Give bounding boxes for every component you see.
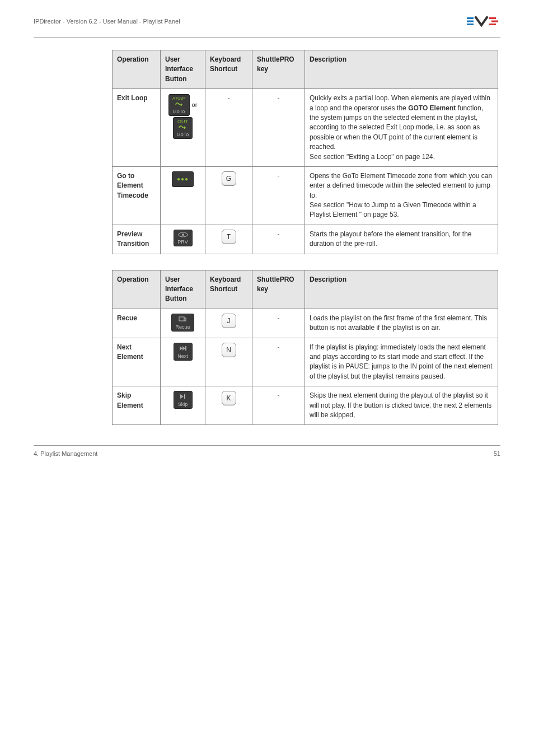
key-g: G bbox=[222, 171, 236, 186]
table-row: Skip Element Skip K - Skips the next ele… bbox=[113, 386, 498, 425]
uib-preview-transition: PRV bbox=[161, 225, 205, 254]
col-keyboard-shortcut: Keyboard Shortcut bbox=[205, 270, 252, 309]
evs-logo bbox=[467, 16, 500, 27]
col-keyboard-shortcut: Keyboard Shortcut bbox=[205, 50, 252, 89]
svg-rect-9 bbox=[184, 318, 186, 321]
desc-skip-element: Skips the next element during the playou… bbox=[305, 386, 498, 425]
key-j: J bbox=[222, 314, 236, 328]
svg-rect-11 bbox=[184, 394, 185, 399]
footer-page-number: 51 bbox=[494, 450, 500, 457]
svg-rect-3 bbox=[489, 17, 496, 19]
col-shuttlepro-key: ShuttlePRO key bbox=[252, 270, 305, 309]
key-k: K bbox=[222, 391, 236, 405]
header-title: IPDirector - Version 6.2 - User Manual -… bbox=[34, 18, 180, 25]
op-recue: Recue bbox=[113, 309, 161, 338]
op-preview-transition: Preview Transition bbox=[113, 225, 161, 254]
footer-section: 4. Playlist Management bbox=[34, 450, 97, 457]
op-exit-loop: Exit Loop bbox=[113, 89, 161, 167]
prv-button[interactable]: PRV bbox=[174, 230, 193, 246]
desc-goto-element-timecode: Opens the GoTo Element Timecode zone fro… bbox=[305, 166, 498, 225]
table-row: Recue Recue J - Loads the playlist on th… bbox=[113, 309, 498, 338]
svg-point-7 bbox=[182, 234, 184, 236]
sp-preview-transition: - bbox=[252, 225, 305, 254]
col-description: Description bbox=[305, 270, 498, 309]
op-skip-element: Skip Element bbox=[113, 386, 161, 425]
kb-goto-element-timecode: G bbox=[205, 166, 252, 225]
skip-icon bbox=[179, 393, 188, 401]
col-user-interface-button: User Interface Button bbox=[161, 270, 205, 309]
desc-exit-loop: Quickly exits a partial loop. When eleme… bbox=[305, 89, 498, 167]
eye-icon bbox=[178, 232, 188, 239]
recue-icon bbox=[178, 316, 187, 324]
operations-table-1: Operation User Interface Button Keyboard… bbox=[112, 50, 498, 254]
page-header: IPDirector - Version 6.2 - User Manual -… bbox=[34, 16, 500, 27]
loop-arrow-icon bbox=[175, 102, 183, 108]
desc-recue: Loads the playlist on the first frame of… bbox=[305, 309, 498, 338]
uib-recue: Recue bbox=[161, 309, 205, 338]
sp-skip-element: - bbox=[252, 386, 305, 425]
recue-button[interactable]: Recue bbox=[171, 314, 194, 332]
svg-rect-5 bbox=[489, 24, 496, 25]
sp-recue: - bbox=[252, 309, 305, 338]
dots-button[interactable]: ●●● bbox=[172, 171, 194, 188]
header-divider bbox=[34, 37, 500, 38]
key-t: T bbox=[222, 230, 236, 244]
col-operation: Operation bbox=[113, 50, 161, 89]
out-goto-button[interactable]: OUT GoTo bbox=[173, 117, 193, 139]
uib-next-element: Next bbox=[161, 338, 205, 386]
col-shuttlepro-key: ShuttlePRO key bbox=[252, 50, 305, 89]
kb-recue: J bbox=[205, 309, 252, 338]
svg-rect-0 bbox=[467, 17, 474, 19]
uib-exit-loop: ASAP GoTo or OUT bbox=[161, 89, 205, 167]
next-button[interactable]: Next bbox=[174, 343, 193, 361]
svg-rect-2 bbox=[467, 24, 474, 25]
op-next-element: Next Element bbox=[113, 338, 161, 386]
kb-preview-transition: T bbox=[205, 225, 252, 254]
op-goto-element-timecode: Go to Element Timecode bbox=[113, 166, 161, 225]
svg-rect-8 bbox=[179, 317, 184, 321]
sp-exit-loop: - bbox=[252, 89, 305, 167]
svg-rect-10 bbox=[185, 346, 186, 351]
svg-rect-1 bbox=[467, 21, 474, 22]
desc-preview-transition: Starts the playout before the element tr… bbox=[305, 225, 498, 254]
kb-next-element: N bbox=[205, 338, 252, 386]
page-footer: 4. Playlist Management 51 bbox=[34, 445, 500, 457]
operations-table-2: Operation User Interface Button Keyboard… bbox=[112, 270, 498, 426]
col-description: Description bbox=[305, 50, 498, 89]
col-user-interface-button: User Interface Button bbox=[161, 50, 205, 89]
loop-arrow-icon bbox=[179, 125, 186, 131]
sp-goto-element-timecode: - bbox=[252, 166, 305, 225]
svg-rect-4 bbox=[491, 21, 498, 22]
skip-button[interactable]: Skip bbox=[174, 391, 193, 409]
key-n: N bbox=[222, 343, 236, 357]
table-row: Go to Element Timecode ●●● G - Opens the… bbox=[113, 166, 498, 225]
kb-skip-element: K bbox=[205, 386, 252, 425]
or-label: or bbox=[192, 101, 198, 110]
uib-goto-element-timecode: ●●● bbox=[161, 166, 205, 225]
kb-exit-loop: - bbox=[205, 89, 252, 167]
next-icon bbox=[179, 345, 188, 353]
table-row: Exit Loop ASAP GoTo or bbox=[113, 89, 498, 167]
asap-goto-button[interactable]: ASAP GoTo bbox=[168, 94, 190, 116]
uib-skip-element: Skip bbox=[161, 386, 205, 425]
desc-next-element: If the playlist is playing: immediately … bbox=[305, 338, 498, 386]
table-row: Next Element Next N - If the playlist is… bbox=[113, 338, 498, 386]
table-row: Preview Transition PRV T - Starts the pl… bbox=[113, 225, 498, 254]
col-operation: Operation bbox=[113, 270, 161, 309]
sp-next-element: - bbox=[252, 338, 305, 386]
